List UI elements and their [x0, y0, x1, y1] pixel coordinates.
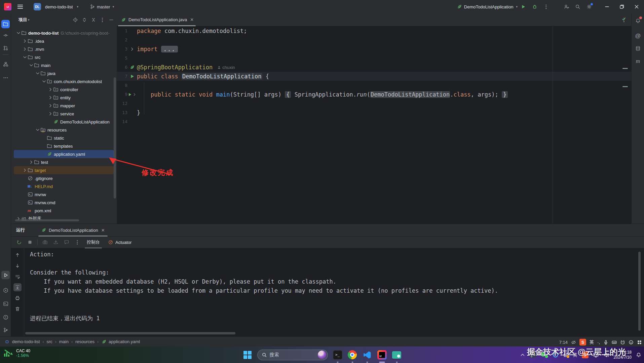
pull-requests-tool-button[interactable]	[1, 44, 10, 52]
debug-button[interactable]	[530, 2, 539, 11]
window-close-button[interactable]	[629, 0, 644, 13]
chevron-right-icon[interactable]	[47, 95, 53, 100]
window-restore-button[interactable]	[614, 0, 629, 13]
clear-console-button[interactable]	[13, 305, 22, 313]
ime-grid-icon[interactable]	[637, 340, 642, 345]
chevron-right-icon[interactable]	[22, 168, 28, 173]
services-tool-button[interactable]	[1, 286, 10, 294]
panel-options-button[interactable]: ⋮	[100, 17, 105, 23]
rerun-button[interactable]	[15, 238, 24, 247]
run-line-icon[interactable]	[127, 74, 137, 79]
run-config-selector[interactable]: DemoTodoListApplication ▾	[457, 4, 518, 9]
ime-mode-label[interactable]: 英	[590, 339, 594, 345]
chevron-right-icon[interactable]	[22, 38, 28, 44]
code-line-7[interactable]: 7public class DemoTodoListApplication {	[117, 72, 631, 81]
tree-item-mvnw[interactable]: mvnw	[14, 190, 114, 198]
main-menu-icon[interactable]	[17, 5, 23, 9]
code-line-6[interactable]: 6@SpringBootApplicationchuxin	[117, 63, 631, 72]
chevron-right-icon[interactable]	[47, 111, 53, 116]
breadcrumb-item-src[interactable]: src	[46, 339, 52, 344]
attach-debugger-button[interactable]	[51, 238, 60, 247]
run-panel-title[interactable]: 运行	[16, 227, 25, 233]
code-line-5[interactable]: 5	[117, 53, 631, 63]
tree-item-java[interactable]: java	[14, 69, 114, 77]
tree-item-.gitignore[interactable]: .gitignore	[14, 174, 114, 182]
chevron-down-icon[interactable]	[35, 127, 40, 133]
database-tool-button[interactable]	[634, 44, 642, 52]
hide-panel-button[interactable]	[109, 17, 114, 23]
emoji-icon[interactable]	[629, 340, 634, 345]
console-horizontal-scrollbar[interactable]	[25, 332, 235, 334]
search-everywhere-button[interactable]	[573, 2, 582, 11]
breadcrumb-item-demo-todo-list[interactable]: demo-todo-list	[12, 339, 40, 344]
tree-item-mapper[interactable]: mapper	[14, 102, 114, 110]
ime-mascot-icon[interactable]	[620, 340, 625, 345]
console-output[interactable]: Action:Consider the following: If you wa…	[25, 248, 644, 336]
widgets-button[interactable]: CAC 40 -1.56%	[3, 349, 30, 358]
run-tab[interactable]: DemoTodoListApplication ✕	[38, 224, 108, 237]
code-line-9[interactable]: 9 public static void main(String[] args)…	[117, 90, 631, 99]
tree-item-controller[interactable]: controller	[14, 85, 114, 94]
tree-item-DemoTodoListApplication[interactable]: DemoTodoListApplication	[14, 118, 114, 126]
chevron-down-icon[interactable]	[35, 71, 40, 76]
chevron-right-icon[interactable]	[47, 103, 53, 108]
taskbar-search[interactable]: 搜索	[257, 350, 328, 360]
tree-item-.idea[interactable]: .idea	[14, 37, 114, 45]
breadcrumb-item-application.yaml[interactable]: application.yaml	[109, 339, 140, 344]
commit-tool-button[interactable]	[1, 31, 10, 39]
tree-item-main[interactable]: main	[14, 61, 114, 69]
select-opened-file-button[interactable]	[73, 17, 78, 23]
project-tree-horizontal-scrollbar[interactable]	[15, 219, 79, 221]
code-with-me-button[interactable]	[562, 2, 571, 11]
tree-item-.mvn[interactable]: .mvn	[14, 45, 114, 53]
fold-icon[interactable]	[127, 46, 137, 52]
tree-item-demo-todo-list[interactable]: demo-todo-listG:\chuxin-cs\spring-boot-	[14, 29, 114, 37]
tree-item-service[interactable]: service	[14, 110, 114, 118]
stop-button[interactable]	[26, 238, 34, 247]
tree-item-templates[interactable]: templates	[14, 142, 114, 150]
problems-tool-button[interactable]	[1, 313, 10, 321]
ime-punctuation-icon[interactable]: ·,	[597, 340, 600, 345]
chevron-down-icon[interactable]	[22, 55, 28, 60]
tree-item-application.yaml[interactable]: application.yaml	[14, 150, 114, 158]
print-button[interactable]	[13, 294, 22, 302]
spring-bean-icon[interactable]	[127, 65, 137, 70]
tree-item-mvnw.cmd[interactable]: mvnw.cmd	[14, 198, 114, 207]
inspections-ok-icon[interactable]	[621, 16, 627, 22]
breadcrumb-item-resources[interactable]: resources	[75, 339, 94, 344]
sogou-icon[interactable]: S	[579, 339, 586, 346]
tree-item-外部库[interactable]: 外部库	[14, 215, 114, 223]
eye-off-icon[interactable]	[571, 340, 576, 345]
code-line-13[interactable]: 13}	[117, 108, 631, 117]
code-area[interactable]: 1package com.chuxin.demotodolist;23impor…	[117, 26, 631, 224]
project-panel-title[interactable]: 项目	[18, 17, 27, 23]
window-minimize-button[interactable]	[600, 0, 614, 13]
tree-item-HELP.md[interactable]: M↓HELP.md	[14, 182, 114, 190]
structure-tool-button[interactable]	[1, 60, 10, 68]
close-tab-icon[interactable]: ✕	[101, 228, 105, 233]
code-line-2[interactable]: 2	[117, 35, 631, 44]
taskbar-terminal-app[interactable]: >_	[333, 350, 343, 360]
mic-icon[interactable]	[603, 340, 608, 345]
tree-item-entity[interactable]: entity	[14, 94, 114, 102]
keyboard-icon[interactable]	[612, 340, 617, 345]
scroll-down-button[interactable]	[13, 262, 22, 270]
thread-dump-button[interactable]	[41, 238, 49, 247]
more-options-button[interactable]: ⋮	[73, 238, 82, 247]
code-line-3[interactable]: 3import ...	[117, 44, 631, 53]
console-tab[interactable]: 控制台	[83, 237, 104, 248]
tree-item-resources[interactable]: resources	[14, 126, 114, 134]
scroll-to-end-button[interactable]	[13, 283, 22, 291]
tree-item-test[interactable]: test	[14, 158, 114, 166]
tree-item-target[interactable]: target	[14, 166, 114, 174]
console-vertical-scrollbar[interactable]	[638, 252, 641, 331]
project-tool-button[interactable]	[1, 20, 10, 28]
code-line-1[interactable]: 1package com.chuxin.demotodolist;	[117, 26, 631, 35]
chevron-right-icon[interactable]	[28, 159, 34, 165]
run-button[interactable]	[519, 2, 528, 11]
coverage-button[interactable]	[62, 238, 71, 247]
expand-all-button[interactable]	[82, 17, 87, 23]
taskbar-chrome-app[interactable]	[347, 350, 357, 360]
settings-button[interactable]	[584, 2, 594, 11]
more-tools-button[interactable]: ⋯	[1, 73, 10, 82]
